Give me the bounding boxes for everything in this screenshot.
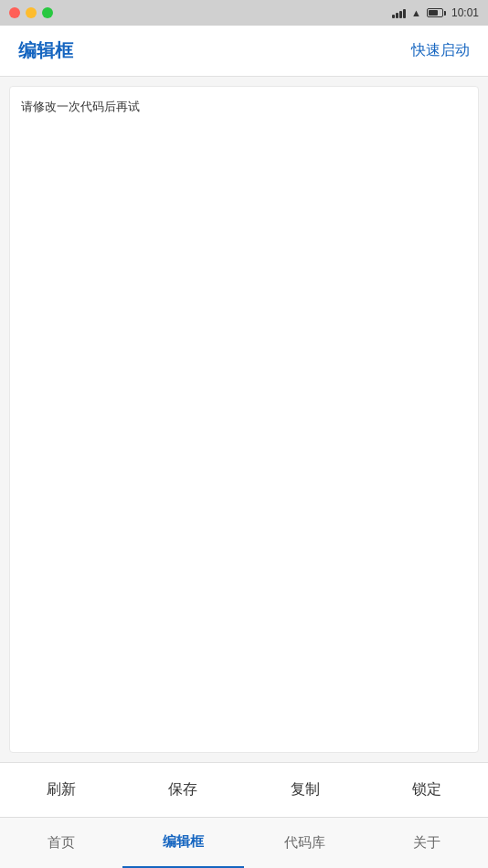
action-bar: 刷新 保存 复制 锁定 [0,762,488,817]
content-area: 请修改一次代码后再试 [0,77,488,762]
editor-content: 请修改一次代码后再试 [21,98,467,116]
dot-green [42,7,53,18]
battery-icon [427,8,446,17]
quick-start-button[interactable]: 快速启动 [411,41,470,60]
status-bar-right: ▲ 10:01 [392,6,479,19]
status-time: 10:01 [451,6,479,19]
refresh-button[interactable]: 刷新 [0,763,122,817]
app-bar: 编辑框 快速启动 [0,26,488,77]
copy-button[interactable]: 复制 [244,763,366,817]
nav-item-about[interactable]: 关于 [366,818,489,868]
status-bar: ▲ 10:01 [0,0,488,26]
editor-container[interactable]: 请修改一次代码后再试 [9,86,479,753]
signal-icon [392,7,406,18]
status-bar-left [9,7,53,18]
dot-red [9,7,20,18]
wifi-icon: ▲ [411,7,421,18]
nav-item-editor[interactable]: 编辑框 [122,818,245,868]
bottom-nav: 首页 编辑框 代码库 关于 [0,817,488,868]
save-button[interactable]: 保存 [122,763,245,817]
lock-button[interactable]: 锁定 [366,763,489,817]
nav-item-home[interactable]: 首页 [0,818,122,868]
app-bar-title: 编辑框 [18,38,73,63]
dot-yellow [26,7,37,18]
nav-item-codelib[interactable]: 代码库 [244,818,366,868]
